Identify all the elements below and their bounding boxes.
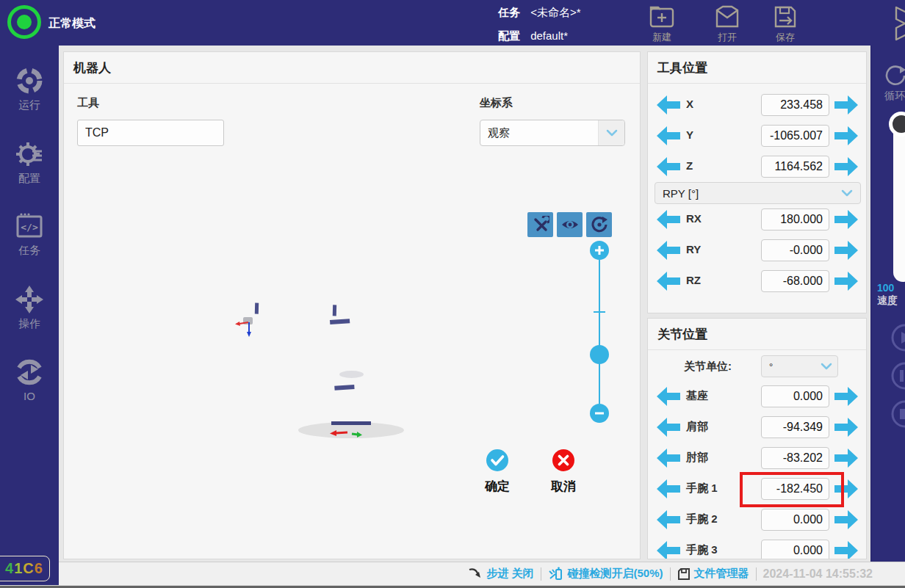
joint-unit-dropdown[interactable]: °: [761, 355, 838, 377]
jog-plus-arrow-icon[interactable]: [834, 479, 858, 498]
zoom-slider-tick: [594, 311, 605, 313]
value-row-ry: RY -0.000: [648, 239, 868, 261]
jog-minus-arrow-icon[interactable]: [657, 387, 680, 406]
tool-input[interactable]: [77, 120, 224, 146]
speed-slider-track[interactable]: [893, 123, 905, 282]
rotation-format-value: RPY [°]: [655, 187, 834, 200]
file-manager-button[interactable]: 文件管理器: [677, 567, 749, 581]
jog-minus-arrow-icon[interactable]: [657, 95, 680, 115]
jog-minus-arrow-icon[interactable]: [657, 210, 680, 229]
jog-minus-arrow-icon[interactable]: [657, 449, 680, 468]
value-input[interactable]: -83.202: [761, 447, 829, 469]
folder-plus-icon: [649, 4, 675, 29]
move-arrows-icon: [15, 285, 44, 314]
jog-plus-arrow-icon[interactable]: [834, 241, 858, 260]
row-label: Z: [686, 159, 693, 172]
value-input[interactable]: -0.000: [761, 239, 829, 261]
save-label: 保存: [762, 31, 809, 44]
jog-plus-arrow-icon[interactable]: [834, 272, 858, 291]
play-button-icon[interactable]: [890, 323, 905, 352]
tool-settings-button[interactable]: [527, 212, 553, 237]
separator: [541, 567, 541, 581]
jog-minus-arrow-icon[interactable]: [657, 479, 680, 498]
value-input[interactable]: -68.000: [761, 270, 829, 292]
visibility-button[interactable]: [557, 212, 583, 237]
value-row-y: Y -1065.007: [648, 125, 868, 147]
rotate-view-button[interactable]: [586, 212, 612, 237]
cancel-button[interactable]: 取消: [541, 449, 586, 495]
new-task-button[interactable]: 新建: [638, 4, 685, 44]
value-input[interactable]: -94.349: [761, 416, 829, 438]
jog-plus-arrow-icon[interactable]: [834, 387, 858, 406]
jog-minus-arrow-icon[interactable]: [657, 241, 680, 260]
jog-plus-arrow-icon[interactable]: [834, 541, 858, 559]
status-bar: 步进 关闭 碰撞检测开启(50%) 文件管理器 2024-11-04 1: [59, 562, 905, 585]
step-label: 步进 关闭: [486, 567, 533, 581]
jog-plus-arrow-icon[interactable]: [834, 510, 858, 529]
jog-minus-arrow-icon[interactable]: [657, 272, 680, 291]
jog-plus-arrow-icon[interactable]: [834, 210, 858, 229]
jog-plus-arrow-icon[interactable]: [834, 126, 858, 145]
run-icon: [15, 66, 44, 95]
jog-minus-arrow-icon[interactable]: [657, 541, 680, 559]
zoom-slider-track[interactable]: [599, 260, 600, 404]
jog-minus-arrow-icon[interactable]: [657, 510, 680, 529]
value-input[interactable]: 233.458: [761, 94, 829, 116]
value-input[interactable]: 0.000: [761, 385, 829, 407]
save-button[interactable]: 保存: [762, 4, 809, 44]
jog-plus-arrow-icon[interactable]: [834, 157, 858, 176]
chevron-down-icon: [821, 362, 832, 371]
value-input[interactable]: 1164.562: [761, 156, 829, 178]
zoom-out-button[interactable]: [590, 404, 609, 423]
loop-icon[interactable]: [883, 63, 905, 88]
sidebar-item-task[interactable]: </> 任务: [0, 211, 59, 258]
bottom-edge: [0, 585, 905, 588]
robot-3d-viewport[interactable]: [221, 264, 412, 443]
sidebar-item-io[interactable]: IO: [0, 357, 59, 402]
value-input[interactable]: -1065.007: [761, 125, 829, 147]
save-icon: [772, 4, 798, 29]
sidebar-label: 配置: [0, 172, 59, 186]
divider: [648, 83, 866, 84]
jog-minus-arrow-icon[interactable]: [657, 157, 680, 176]
robot-status-icon[interactable]: [7, 5, 41, 39]
sidebar-item-config[interactable]: 配置: [0, 139, 59, 186]
jog-minus-arrow-icon[interactable]: [657, 418, 680, 437]
collision-status[interactable]: 碰撞检测开启(50%): [548, 567, 663, 581]
speed-slider-knob[interactable]: [889, 112, 905, 137]
row-label: RZ: [686, 274, 701, 286]
value-input[interactable]: -182.450: [761, 478, 829, 500]
value-input[interactable]: 0.000: [761, 540, 829, 559]
step-mode-status[interactable]: 步进 关闭: [468, 567, 533, 581]
io-swap-icon: [15, 357, 44, 387]
left-nav-rail: 运行 配置 </> 任务: [0, 46, 59, 588]
robot-panel: 机器人 工具 坐标系 观察: [63, 51, 641, 559]
jog-plus-arrow-icon[interactable]: [834, 95, 858, 115]
zoom-slider-knob[interactable]: [590, 345, 609, 364]
value-input[interactable]: 0.000: [761, 509, 829, 531]
joint-unit-value: °: [762, 361, 815, 372]
coord-value: 观察: [480, 126, 598, 140]
wrench-screwdriver-icon: [532, 216, 549, 233]
rotation-format-dropdown[interactable]: RPY [°]: [655, 182, 861, 204]
speed-label: 速度: [877, 294, 898, 308]
sidebar-item-move[interactable]: 操作: [0, 285, 59, 331]
pause-button-icon[interactable]: [890, 361, 905, 391]
open-button[interactable]: 打开: [704, 4, 751, 44]
row-label: 肩部: [686, 420, 708, 434]
stop-button-icon[interactable]: [890, 399, 905, 429]
coord-dropdown[interactable]: 观察: [480, 120, 625, 146]
cube-icon[interactable]: [886, 6, 905, 44]
confirm-button[interactable]: 确定: [475, 449, 520, 495]
sidebar-item-run[interactable]: 运行: [0, 66, 59, 112]
row-label: 手腕 1: [686, 482, 718, 496]
divider: [64, 83, 640, 84]
jog-plus-arrow-icon[interactable]: [834, 449, 858, 468]
coord-label: 坐标系: [480, 96, 513, 110]
separator: [670, 567, 671, 581]
value-input[interactable]: 180.000: [761, 208, 829, 231]
jog-plus-arrow-icon[interactable]: [834, 418, 858, 437]
zoom-in-button[interactable]: [590, 241, 609, 260]
open-file-icon: [714, 4, 740, 29]
jog-minus-arrow-icon[interactable]: [657, 126, 680, 145]
